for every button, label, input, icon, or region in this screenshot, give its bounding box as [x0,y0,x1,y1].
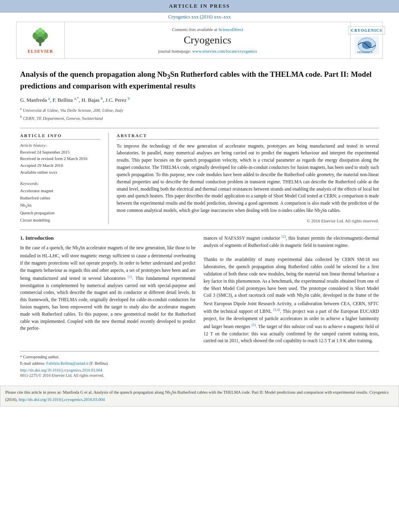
keywords-section: Keywords: Accelerator magnet Rutherford … [20,181,100,224]
corresponding-text: * Corresponding author. [20,355,59,359]
cryogenics-logo-text: CRYOGENICS [348,26,385,35]
footnotes-area: * Corresponding author. E-mail address: … [20,351,379,378]
article-title: Analysis of the quench propagation along… [20,69,379,91]
sciencedirect-link[interactable]: ScienceDirect [218,27,243,32]
sciencedirect-prefix-text: Contents lists available at [172,27,218,32]
doi-line[interactable]: http://dx.doi.org/10.1016/j.cryogenics.2… [20,368,379,372]
intro-section-title: 1. Introduction [20,234,195,242]
abstract-panel: ABSTRACT To improve the technology of th… [109,133,379,224]
homepage-link[interactable]: www.elsevier.com/locate/cryogenics [192,49,257,53]
body-two-col: 1. Introduction In the case of a quench,… [20,234,379,345]
article-info-header: ARTICLE INFO [20,133,100,140]
journal-homepage: journal homepage: www.elsevier.com/locat… [158,49,257,53]
article-info-abstract: ARTICLE INFO Article history: Received 2… [20,128,379,224]
email-footnote: E-mail address: Fabrizio.Bellina@uniud.i… [20,360,379,367]
homepage-prefix-text: journal homepage: [158,49,192,53]
copyright-line: © 2016 Elsevier Ltd. All rights reserved… [117,218,379,223]
email-person: (F. Bellina). [89,361,109,366]
citation-doi-link[interactable]: http://dx.doi.org/10.1016/j.cryogenics.2… [19,397,105,402]
journal-ref: Cryogenics xxx (2016) xxx–xxx [0,12,399,22]
abstract-header: ABSTRACT [117,133,379,140]
section-divider [20,230,379,230]
intro-left-text: In the case of a quench, the Nb3Sn accel… [20,244,195,332]
intro-right-col: mances of NAFASSY magnet conductor [2], … [204,234,379,345]
authors-line: G. Manfreda a, F. Bellina a,*, H. Bajas … [20,96,379,103]
history-label: Article history: [20,143,100,148]
intro-left-col: 1. Introduction In the case of a quench,… [20,234,195,345]
main-content: Analysis of the quench propagation along… [0,59,399,382]
citation-box: Please cite this article in press as: Ma… [0,386,399,407]
svg-text:CRYOGENICS: CRYOGENICS [357,51,372,53]
keywords-items: Accelerator magnet Rutherford cables Nb3… [20,187,100,224]
elsevier-logo-area: ELSEVIER [16,22,65,58]
aip-banner: ARTICLE IN PRESS [0,0,399,12]
journal-center-info: Contents lists available at ScienceDirec… [65,22,350,58]
article-info-panel: ARTICLE INFO Article history: Received 2… [20,133,109,224]
svg-point-7 [38,28,43,32]
sciencedirect-line: Contents lists available at ScienceDirec… [172,27,243,32]
abstract-text: To improve the technology of the new gen… [117,143,379,215]
intro-right-text-2: Thanks to the availability of many exper… [204,256,379,345]
history-items: Received 24 September 2015 Received in r… [20,149,100,176]
rights-line: 0011-2275/© 2016 Elsevier Ltd. All right… [20,373,379,378]
elsevier-text: ELSEVIER [28,49,53,53]
journal-title: Cryogenics [184,34,231,46]
affiliations: a Università di Udine, Via Delle Scienze… [20,106,379,122]
intro-right-text-1: mances of NAFASSY magnet conductor [2], … [204,234,379,249]
journal-header: ELSEVIER Contents lists available at Sci… [16,22,383,59]
cryogenics-logo-area: CRYOGENICS CRYOGENICS [350,22,383,58]
corresponding-footnote: * Corresponding author. [20,354,379,360]
keywords-label: Keywords: [20,181,100,186]
email-link[interactable]: Fabrizio.Bellina@uniud.it [46,361,88,366]
email-label: E-mail address: [20,361,46,366]
